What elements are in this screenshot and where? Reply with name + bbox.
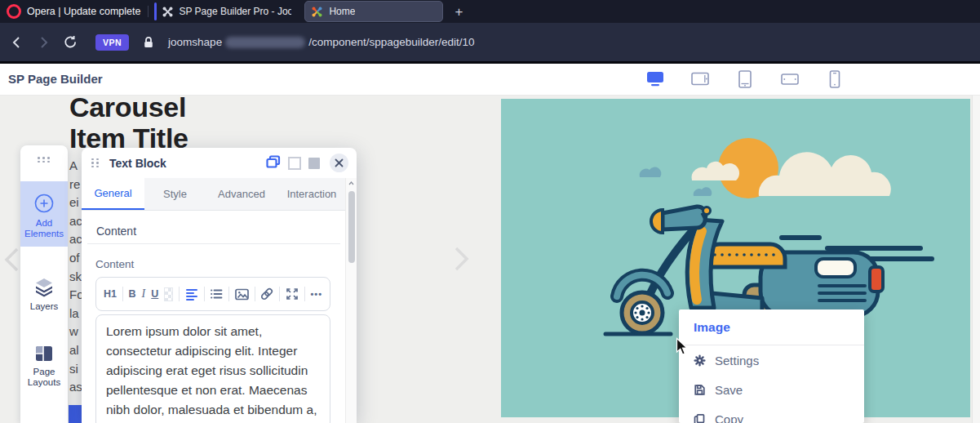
dialog-tab-bar: General Style Advanced Interaction <box>82 178 346 211</box>
drag-handle-icon[interactable] <box>20 157 68 163</box>
text-fragment: al <box>69 341 82 360</box>
sidebar-item-page-layouts[interactable]: Page Layouts <box>20 345 68 388</box>
builder-toolbar: SP Page Builder <box>0 64 980 96</box>
front-wheel <box>622 292 663 333</box>
align-button[interactable] <box>185 287 198 301</box>
tab-interaction[interactable]: Interaction <box>277 178 346 210</box>
link-button[interactable] <box>260 287 273 301</box>
menu-item-settings[interactable]: Settings <box>679 345 864 375</box>
duplicate-panel-icon[interactable] <box>266 155 281 171</box>
panel-size-small-icon[interactable] <box>288 157 301 170</box>
text-fragment: sk <box>69 268 82 287</box>
carousel-item-heading: Carousel Item Title <box>69 91 242 154</box>
new-tab-button[interactable]: + <box>455 5 463 19</box>
mouse-cursor <box>676 337 689 359</box>
fullscreen-button[interactable] <box>286 287 299 301</box>
joomla-color-icon <box>312 7 322 17</box>
list-button[interactable] <box>210 287 223 301</box>
menu-item-save[interactable]: Save <box>679 375 864 404</box>
sidebar-item-add-elements[interactable]: Add Elements <box>20 181 68 247</box>
vpn-badge[interactable]: VPN <box>95 34 129 51</box>
tabbar-divider <box>148 6 149 17</box>
close-button[interactable] <box>330 154 348 172</box>
separator-line <box>0 61 980 64</box>
context-menu-title: Image <box>679 309 864 335</box>
highlight-color-button[interactable] <box>164 287 173 301</box>
desktop-view-button[interactable] <box>646 70 664 88</box>
builder-title: SP Page Builder <box>8 72 103 86</box>
copy-icon <box>694 413 706 423</box>
page-scrollbar[interactable] <box>972 96 980 423</box>
small-cloud <box>692 162 739 180</box>
mini-cloud <box>694 187 712 196</box>
tablet-portrait-view-button[interactable] <box>736 70 754 88</box>
text-fragment: Fo <box>69 286 82 305</box>
scroll-up-icon[interactable] <box>348 181 354 185</box>
italic-button[interactable]: I <box>142 287 146 301</box>
sidebar-item-label: Layers <box>20 301 68 312</box>
joomla-icon <box>162 7 173 17</box>
mini-cloud <box>640 167 662 177</box>
sidebar-item-layers[interactable]: Layers <box>20 276 68 312</box>
refresh-button[interactable] <box>64 35 78 49</box>
dialog-scrollbar[interactable] <box>345 178 357 423</box>
text-fragment: si <box>69 360 82 379</box>
tab-advanced[interactable]: Advanced <box>206 178 277 210</box>
tab-label: Home <box>329 6 355 17</box>
menu-item-label: Save <box>715 383 743 397</box>
text-fragment: as <box>69 378 82 397</box>
tab-general[interactable]: General <box>82 178 144 210</box>
tail-light <box>870 267 883 292</box>
url-redacted-segment <box>225 37 305 48</box>
content-section-header[interactable]: Content <box>87 219 340 244</box>
image-button[interactable] <box>235 287 249 301</box>
url-suffix: /component/sppagebuilder/edit/10 <box>308 36 474 48</box>
text-block-dialog: Text Block General Style Advanced Inter <box>82 148 357 423</box>
url-prefix: joomshape <box>168 36 222 48</box>
back-button[interactable] <box>10 35 24 50</box>
dialog-body: Content Content H1 B I U <box>82 211 346 423</box>
tab-accent-bar <box>154 2 157 20</box>
text-fragment: w <box>69 323 82 341</box>
text-fragment: ac <box>69 212 82 231</box>
sidebar-item-label: Page Layouts <box>20 367 68 388</box>
drag-handle-icon[interactable] <box>91 158 100 168</box>
dialog-title: Text Block <box>109 157 166 170</box>
bold-button[interactable]: B <box>129 288 136 300</box>
page-layout-icon <box>20 345 68 363</box>
seat-dots <box>713 253 775 256</box>
tablet-landscape-view-button[interactable] <box>691 70 709 88</box>
editor-toolbar: H1 B I U <box>95 277 330 311</box>
scrollbar-thumb[interactable] <box>348 191 355 263</box>
carousel-next-icon[interactable] <box>450 245 472 276</box>
menu-item-label: Copy <box>715 412 743 423</box>
sidebar-item-label: Add Elements <box>20 218 68 239</box>
phone-landscape-view-button[interactable] <box>781 70 799 88</box>
text-fragment: of <box>69 249 82 268</box>
underline-button[interactable]: U <box>151 288 158 300</box>
menu-item-copy[interactable]: Copy <box>679 404 864 423</box>
more-options-button[interactable]: ••• <box>310 289 322 299</box>
tab-sp-page-builder-pro[interactable]: SP Page Builder Pro - Joom <box>154 0 299 23</box>
tab-home-active[interactable]: Home <box>304 1 443 22</box>
opera-menu-button[interactable]: Opera | Update complete <box>7 4 140 19</box>
phone-portrait-view-button[interactable] <box>826 70 844 88</box>
content-field-label: Content <box>95 258 346 270</box>
responsive-device-switcher <box>646 64 844 95</box>
heading-button[interactable]: H1 <box>104 288 117 300</box>
panel-size-large-icon[interactable] <box>308 158 320 169</box>
url-field[interactable]: joomshape /component/sppagebuilder/edit/… <box>168 36 474 48</box>
dialog-header[interactable]: Text Block <box>82 148 357 178</box>
tab-style[interactable]: Style <box>144 178 206 210</box>
editor-text-area[interactable]: Lorem ipsum dolor sit amet, consectetur … <box>95 314 330 423</box>
text-fragment: re <box>69 176 82 194</box>
text-fragment: ei <box>69 194 82 212</box>
layers-icon <box>20 276 68 297</box>
floppy-icon <box>694 384 706 396</box>
forward-button[interactable] <box>36 35 51 50</box>
big-cloud <box>759 152 891 196</box>
builder-sidebar: Add Elements Layers Page Layouts <box>20 145 68 423</box>
opera-logo-icon <box>7 4 21 19</box>
opera-menu-label: Opera | Update complete <box>27 6 140 17</box>
lock-icon[interactable] <box>142 36 155 49</box>
